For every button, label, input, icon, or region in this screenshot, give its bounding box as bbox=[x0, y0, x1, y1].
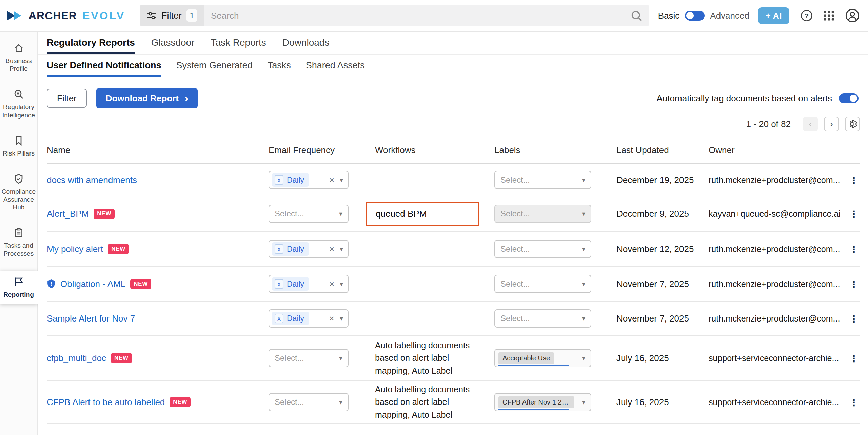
select-focus-underline bbox=[498, 409, 569, 410]
chevron-down-icon: ▾ bbox=[339, 355, 342, 361]
report-name-link[interactable]: cfpb_multi_doc bbox=[47, 353, 106, 364]
next-page-button[interactable]: › bbox=[824, 117, 839, 131]
filter-button[interactable]: Filter bbox=[47, 89, 87, 108]
report-name-link[interactable]: CFPB Alert to be auto labelled bbox=[47, 397, 165, 408]
brand-name-primary: ARCHER bbox=[28, 9, 77, 22]
row-menu-icon[interactable]: ⋮ bbox=[849, 314, 859, 324]
owner-value: ruth.mckenzie+prodcluster@com... bbox=[709, 244, 848, 254]
frequency-chip: x Daily bbox=[272, 242, 309, 256]
tab-shared-assets[interactable]: Shared Assets bbox=[306, 55, 365, 77]
labels-select[interactable]: Select... ▾ bbox=[494, 240, 591, 258]
email-frequency-select[interactable]: x Daily × ▾ bbox=[269, 275, 349, 293]
report-name-link[interactable]: My policy alert bbox=[47, 244, 103, 254]
tab-system-generated[interactable]: System Generated bbox=[176, 55, 253, 77]
tab-glassdoor[interactable]: Glassdoor bbox=[151, 32, 195, 54]
chip-remove-icon[interactable]: x bbox=[275, 244, 283, 254]
chevron-down-icon: ▾ bbox=[582, 177, 585, 183]
search-intelligence-icon bbox=[13, 89, 24, 100]
search-icon[interactable] bbox=[630, 9, 643, 22]
report-name-link[interactable]: Sample Alert for Nov 7 bbox=[47, 313, 135, 324]
chip-remove-icon[interactable]: x bbox=[275, 175, 283, 185]
select-clear-icon[interactable]: × bbox=[329, 279, 334, 288]
sidebar-item-reporting[interactable]: Reporting bbox=[0, 271, 38, 304]
reports-table: Name Email Frequency Workflows Labels La… bbox=[47, 137, 860, 424]
report-name-link[interactable]: Alert_BPM bbox=[47, 209, 89, 219]
table-settings-button[interactable] bbox=[845, 117, 860, 131]
report-name-link[interactable]: Obligation - AML bbox=[60, 279, 125, 289]
sidebar-item-risk-pillars[interactable]: Risk Pillars bbox=[0, 132, 38, 160]
email-frequency-select[interactable]: x Daily × ▾ bbox=[269, 309, 349, 328]
chevron-down-icon: ▾ bbox=[582, 355, 585, 361]
help-button[interactable]: ? bbox=[800, 9, 813, 22]
labels-select[interactable]: Select... ▾ bbox=[494, 171, 591, 189]
chevron-down-icon: ▾ bbox=[582, 210, 585, 217]
sidebar-item-regulatory-intelligence[interactable]: Regulatory Intelligence bbox=[0, 86, 38, 121]
ai-button[interactable]: + AI bbox=[758, 7, 789, 24]
label-chip[interactable]: CFPB After Nov 1 2022 bbox=[498, 396, 574, 408]
primary-tab-bar: Regulatory Reports Glassdoor Task Report… bbox=[38, 32, 868, 55]
chip-remove-icon[interactable]: x bbox=[275, 279, 283, 289]
auto-tag-toggle[interactable] bbox=[839, 93, 859, 103]
prev-page-button[interactable]: ‹ bbox=[803, 117, 818, 131]
labels-select[interactable]: CFPB After Nov 1 2022 ▾ bbox=[494, 393, 591, 411]
new-badge: NEW bbox=[111, 353, 132, 363]
email-frequency-select[interactable]: x Daily × ▾ bbox=[269, 171, 349, 189]
email-frequency-select[interactable]: Select... ▾ bbox=[269, 349, 349, 367]
sidebar-item-business-profile[interactable]: Business Profile bbox=[0, 40, 38, 75]
report-name-link[interactable]: docs with amendments bbox=[47, 175, 137, 185]
row-menu-icon[interactable]: ⋮ bbox=[849, 353, 859, 364]
search-input[interactable] bbox=[204, 11, 630, 21]
chevron-down-icon: ▾ bbox=[339, 210, 342, 217]
global-search-bar: Filter 1 bbox=[140, 5, 649, 26]
select-clear-icon[interactable]: × bbox=[329, 245, 334, 253]
chevron-down-icon: ▾ bbox=[582, 246, 585, 252]
chevron-down-icon: ▾ bbox=[340, 281, 343, 287]
select-clear-icon[interactable]: × bbox=[329, 175, 334, 184]
email-frequency-select[interactable]: Select... ▾ bbox=[269, 205, 349, 223]
chip-remove-icon[interactable]: x bbox=[275, 314, 283, 323]
main-content: Regulatory Reports Glassdoor Task Report… bbox=[38, 32, 868, 435]
auto-tag-label: Automatically tag documents based on ale… bbox=[657, 93, 832, 104]
row-menu-icon[interactable]: ⋮ bbox=[849, 279, 859, 290]
workflow-value: queued BPM bbox=[376, 209, 427, 219]
tab-regulatory-reports[interactable]: Regulatory Reports bbox=[47, 32, 135, 54]
pagination-range: 1 - 20 of 82 bbox=[746, 119, 791, 129]
pagination-row: 1 - 20 of 82 ‹ › bbox=[38, 117, 860, 131]
row-menu-icon[interactable]: ⋮ bbox=[849, 175, 859, 186]
labels-select[interactable]: Select... ▾ bbox=[494, 205, 591, 223]
column-header-email-frequency: Email Frequency bbox=[269, 145, 375, 156]
email-frequency-select[interactable]: Select... ▾ bbox=[269, 393, 349, 411]
email-frequency-select[interactable]: x Daily × ▾ bbox=[269, 240, 349, 258]
owner-value: ruth.mckenzie+prodcluster@com... bbox=[709, 314, 848, 324]
owner-value: ruth.mckenzie+prodcluster@com... bbox=[709, 175, 848, 185]
sidebar-item-tasks-and-processes[interactable]: Tasks and Processes bbox=[0, 225, 38, 260]
new-badge: NEW bbox=[108, 244, 129, 254]
chevron-down-icon: ▾ bbox=[582, 399, 585, 406]
apps-grid-button[interactable] bbox=[824, 11, 834, 21]
logo-icon bbox=[7, 9, 24, 22]
row-menu-icon[interactable]: ⋮ bbox=[849, 209, 859, 220]
tab-task-reports[interactable]: Task Reports bbox=[211, 32, 266, 54]
reporting-chart-icon bbox=[13, 276, 24, 287]
tab-tasks[interactable]: Tasks bbox=[268, 55, 291, 77]
basic-advanced-toggle[interactable] bbox=[685, 11, 705, 21]
labels-select[interactable]: Acceptable Use ▾ bbox=[494, 349, 591, 367]
select-clear-icon[interactable]: × bbox=[329, 314, 334, 323]
row-menu-icon[interactable]: ⋮ bbox=[849, 244, 859, 255]
label-chip[interactable]: Acceptable Use bbox=[498, 352, 554, 364]
download-report-button[interactable]: Download Report › bbox=[96, 88, 198, 108]
tab-downloads[interactable]: Downloads bbox=[282, 32, 330, 54]
labels-select[interactable]: Select... ▾ bbox=[494, 275, 591, 293]
search-filter-button[interactable]: Filter 1 bbox=[140, 5, 204, 26]
sidebar-item-compliance-assurance-hub[interactable]: Compliance Assurance Hub bbox=[0, 171, 38, 214]
last-updated-value: November 7, 2025 bbox=[616, 313, 709, 324]
workflow-value: Auto labelling documents based on alert … bbox=[375, 383, 494, 421]
filter-label: Filter bbox=[161, 11, 182, 21]
last-updated-value: December 19, 2025 bbox=[616, 175, 709, 185]
user-avatar[interactable] bbox=[845, 8, 860, 23]
tab-user-defined-notifications[interactable]: User Defined Notifications bbox=[47, 55, 161, 77]
download-report-label: Download Report bbox=[106, 93, 179, 104]
next-arrow-icon: › bbox=[830, 119, 833, 129]
row-menu-icon[interactable]: ⋮ bbox=[849, 397, 859, 408]
labels-select[interactable]: Select... ▾ bbox=[494, 309, 591, 328]
